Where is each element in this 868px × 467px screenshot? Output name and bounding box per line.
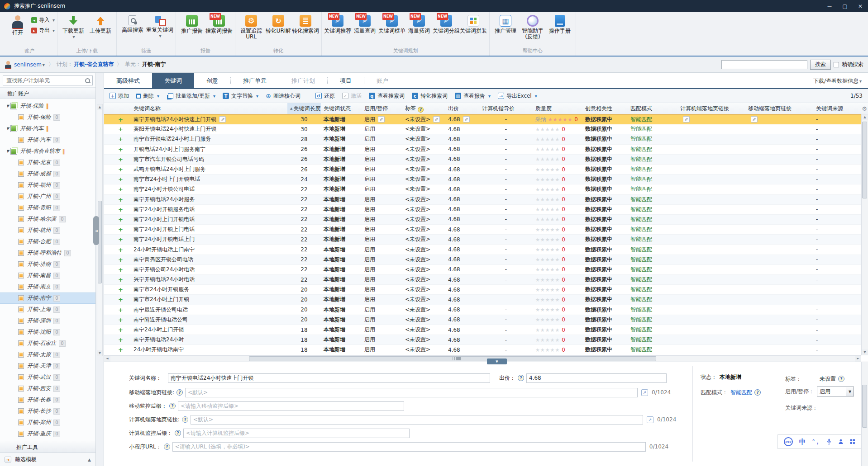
header-keyword-status[interactable]: 关键词状态 <box>321 105 362 113</box>
tree-item[interactable]: ▼ 开锁-呼和浩特 0 <box>0 247 95 259</box>
keyword-name-cell[interactable]: 南宁24小时开锁上门电话 <box>131 226 287 233</box>
row-add-cell[interactable] <box>115 166 131 173</box>
duplicate-keywords-button[interactable]: 重复关键词 <box>146 14 173 39</box>
tag-cell[interactable]: <未设置> <box>402 286 445 293</box>
tag-cell[interactable]: <未设置> <box>402 346 445 354</box>
import-button[interactable]: 导入 <box>31 16 55 24</box>
view-search-terms-button[interactable]: q查看搜索词 <box>369 92 405 100</box>
tag-cell[interactable]: <未设置> <box>402 116 445 123</box>
edit-icon[interactable] <box>751 116 758 123</box>
plus-icon[interactable] <box>118 236 123 243</box>
pc-suffix-input[interactable] <box>183 429 410 438</box>
row-add-cell[interactable] <box>115 266 131 273</box>
download-update-button[interactable]: 下载更新 <box>60 14 87 40</box>
maximize-button[interactable] <box>837 0 853 12</box>
scroll-left-icon[interactable]: ◄ <box>104 356 110 362</box>
bid-cell[interactable]: 4.68 <box>445 256 479 263</box>
bid-cell[interactable]: 4.68 <box>445 176 479 183</box>
row-add-cell[interactable] <box>115 196 131 203</box>
edit-icon[interactable] <box>219 116 226 123</box>
header-keyword-name[interactable]: 关键词名称 <box>131 105 287 113</box>
keyword-name-cell[interactable]: 24小时开锁电话南宁 <box>131 346 287 354</box>
header-pc-guide-price[interactable]: 计算机指导价 <box>479 105 533 113</box>
help-icon[interactable] <box>518 375 524 381</box>
tag-cell[interactable]: <未设置> <box>402 146 445 153</box>
onoff-cell[interactable]: 启用 <box>362 306 402 314</box>
plus-icon[interactable] <box>118 176 123 183</box>
header-tag[interactable]: 标签 <box>402 104 445 113</box>
tag-cell[interactable]: <未设置> <box>402 336 445 344</box>
tree-item[interactable]: ▼ 开锁-郑州 0 <box>0 417 95 428</box>
tag-cell[interactable]: <未设置> <box>402 206 445 213</box>
tree-item[interactable]: ▼ 开锁-南昌 0 <box>0 270 95 281</box>
bid-cell[interactable]: 4.68 <box>445 266 479 273</box>
bid-cell[interactable]: 4.68 <box>445 216 479 222</box>
bid-cell[interactable]: 4.68 <box>445 126 479 132</box>
table-row[interactable]: 南宁市24小时开锁服务 20 本地新增 启用 <未设置> 4.68 - 0 数据… <box>104 285 861 295</box>
smart-assistant-button[interactable]: 智能助手(反馈) <box>519 14 546 40</box>
keyword-name-cell[interactable]: 宾阳开锁电话24小时快速上门开锁 <box>131 125 287 133</box>
keyword-name-cell[interactable]: 南宁24小时上门开锁电话 <box>131 216 287 223</box>
onoff-cell[interactable]: 启用 <box>362 286 402 293</box>
help-icon[interactable] <box>176 389 183 396</box>
tag-cell[interactable]: <未设置> <box>402 326 445 334</box>
sidebar-collapse-handle[interactable] <box>93 216 99 245</box>
keyword-name-cell[interactable]: 南宁24小时开锁公司电话 <box>131 185 287 193</box>
tag-cell[interactable]: <未设置> <box>402 216 445 223</box>
onoff-cell[interactable]: 启用 <box>362 175 402 183</box>
bid-cell[interactable]: 4.68 <box>445 116 479 123</box>
open-button[interactable]: 打开 <box>4 14 31 36</box>
table-row[interactable]: 南宁24小时上门开锁 18 本地新增 启用 <未设置> 4.68 - 0 数据积… <box>104 325 861 335</box>
keyword-name-cell[interactable]: 南宁市24小时上门开锁 <box>131 296 287 303</box>
panel-collapse-handle[interactable] <box>487 359 507 364</box>
plus-icon[interactable] <box>118 156 123 163</box>
keyword-name-cell[interactable]: 南宁青秀区开锁公司电话 <box>131 256 287 264</box>
view-report-button[interactable]: ▥查看报告 <box>455 92 491 100</box>
tab-project[interactable]: 项目 <box>328 73 364 88</box>
table-row[interactable]: 南宁24小时上门开锁电话 22 本地新增 启用 <未设置> 4.68 - 0 数… <box>104 215 861 225</box>
sidebar-splitter[interactable]: ▲ ▼ <box>96 73 104 466</box>
tag-cell[interactable]: <未设置> <box>402 156 445 163</box>
tag-cell[interactable]: <未设置> <box>402 276 445 283</box>
table-row[interactable]: 南宁市24小时上门开锁 20 本地新增 启用 <未设置> 4.68 - 0 数据… <box>104 295 861 305</box>
bid-cell[interactable]: 4.68 <box>445 226 479 233</box>
plus-icon[interactable] <box>118 196 123 203</box>
download-view-data-link[interactable]: 下载/查看数据信息 <box>813 73 862 90</box>
bid-cell[interactable]: 4.68 <box>445 307 479 313</box>
advanced-search-button[interactable]: 高级搜索 <box>119 14 146 33</box>
header-mobile-landing-link[interactable]: 移动端落地页链接 <box>745 105 813 113</box>
row-add-cell[interactable] <box>115 316 131 323</box>
keyword-name-cell[interactable]: 南宁附近开锁电话公司 <box>131 316 287 324</box>
keyword-recommend-button[interactable]: NEW 关键词推荐 <box>324 14 351 34</box>
onoff-cell[interactable]: 启用 <box>362 116 402 123</box>
header-pc-landing-link[interactable]: 计算机端落地页链接 <box>677 105 745 113</box>
onoff-cell[interactable]: 启用 <box>362 216 402 223</box>
keyword-group-button[interactable]: NEW 关键词分组 <box>433 14 460 34</box>
tree-item[interactable]: ▼ 开锁-济南 0 <box>0 259 95 270</box>
onoff-cell[interactable]: 启用 <box>362 336 402 344</box>
adopt-label[interactable]: 采纳 <box>535 116 546 123</box>
table-row[interactable]: 南宁附近开锁电话公司 20 本地新增 启用 <未设置> 4.68 - 0 数据积… <box>104 315 861 325</box>
keyword-name-cell[interactable]: 南宁24小时开锁服务电话 <box>131 206 287 213</box>
row-add-cell[interactable] <box>115 296 131 303</box>
bid-cell[interactable]: 4.68 <box>445 196 479 203</box>
help-icon[interactable] <box>418 107 424 113</box>
help-icon[interactable] <box>838 376 844 382</box>
table-row[interactable]: 南宁开锁电话24小时快速上门开锁 30 本地新增 启用 <未设置> 4.68 -… <box>104 114 861 124</box>
row-add-cell[interactable] <box>115 116 131 123</box>
table-row[interactable]: 南宁24小时开锁电话上门 22 本地新增 启用 <未设置> 4.68 - 0 数… <box>104 235 861 245</box>
match-mode-link[interactable]: 智能匹配 <box>730 389 752 396</box>
tree-item[interactable]: ▼ 开锁-成都 0 <box>0 168 95 179</box>
upload-update-button[interactable]: 上传更新 <box>87 14 114 34</box>
onoff-select[interactable]: 启用 <box>817 387 854 396</box>
activate-button[interactable]: ✓激活 <box>342 92 362 100</box>
plus-icon[interactable] <box>118 226 123 233</box>
bid-cell[interactable]: 4.68 <box>445 287 479 293</box>
keyword-name-cell[interactable]: 兴宁开锁电话24小时电话 <box>131 276 287 283</box>
plus-icon[interactable] <box>118 336 123 343</box>
tree-expand-icon[interactable]: ▼ <box>6 127 9 131</box>
row-add-cell[interactable] <box>115 276 131 283</box>
scroll-down-icon[interactable]: ▼ <box>97 350 102 356</box>
tree-item[interactable]: ▼ 开锁-长春 0 <box>0 394 95 406</box>
bid-cell[interactable]: 4.68 <box>445 246 479 253</box>
